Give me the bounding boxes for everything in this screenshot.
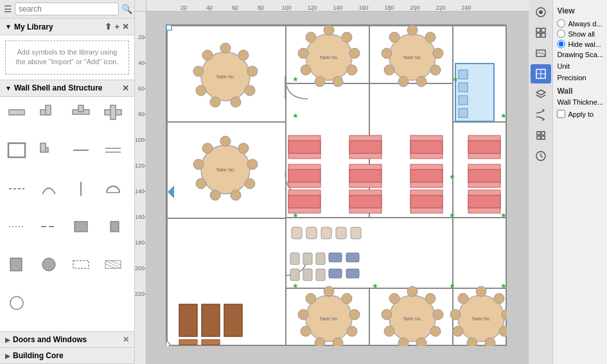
shape-square-solid[interactable] <box>4 253 30 276</box>
svg-point-160 <box>298 309 308 320</box>
svg-text:Table No.: Table No. <box>319 55 339 60</box>
radio-hide-wall-input[interactable] <box>557 40 565 48</box>
svg-rect-200 <box>541 28 545 32</box>
empty-library-hint: Add symbols to the library using the abo… <box>5 40 129 74</box>
image-icon[interactable] <box>531 44 551 63</box>
svg-rect-111 <box>202 304 220 336</box>
shape-line-double[interactable] <box>100 139 126 162</box>
svg-point-182 <box>450 309 461 320</box>
ruler-v-40: 40 <box>138 60 145 66</box>
radio-show-all[interactable]: Show all <box>557 30 603 38</box>
menu-icon[interactable]: ☰ <box>4 4 12 14</box>
shape-dotted-b[interactable] <box>4 215 30 238</box>
svg-text:★: ★ <box>500 282 507 290</box>
svg-point-71 <box>298 48 308 58</box>
svg-text:★: ★ <box>292 282 299 290</box>
search-input[interactable] <box>15 3 119 15</box>
svg-point-168 <box>416 338 427 346</box>
svg-text:Table No.: Table No. <box>319 316 339 321</box>
add-icon[interactable]: + <box>114 22 119 31</box>
close-doors-icon[interactable]: ✕ <box>123 335 129 344</box>
ruler-left: 20 40 60 80 100 120 140 160 180 200 220 <box>135 12 146 364</box>
search-bar: ☰ 🔍 ⬛ <box>0 0 134 19</box>
precision-label: Precision <box>557 74 586 82</box>
shape-dashed-rect[interactable] <box>68 253 94 276</box>
radio-always-display[interactable]: Always d... <box>557 19 603 28</box>
svg-rect-139 <box>288 195 321 208</box>
left-panel: ☰ 🔍 ⬛ ▼ My Library ⬆ + ✕ Add symbols to … <box>0 0 135 364</box>
layers-icon[interactable] <box>531 85 551 104</box>
close-my-library-icon[interactable]: ✕ <box>122 22 129 31</box>
shape-room[interactable] <box>4 139 30 162</box>
unit-row: Unit <box>557 62 603 70</box>
history-icon[interactable] <box>531 146 551 166</box>
shape-dotted-a[interactable] <box>4 177 30 200</box>
search-button[interactable]: 🔍 <box>121 4 132 14</box>
wall-thickness-label: Wall Thickne... <box>557 98 603 106</box>
shape-hatched[interactable] <box>100 253 126 276</box>
arrow-down-icon: ▼ <box>5 23 12 30</box>
svg-rect-127 <box>288 169 321 182</box>
grid-icon[interactable] <box>531 23 551 42</box>
wall-shell-header: ▼ Wall Shell and Structure ✕ <box>0 80 134 97</box>
radio-show-all-input[interactable] <box>557 30 565 38</box>
floor-plan-icon[interactable] <box>531 64 551 83</box>
shape-vertical-line[interactable] <box>68 177 94 200</box>
radio-hide-wall[interactable]: Hide wal... <box>557 40 603 48</box>
svg-text:Table No.: Table No. <box>403 55 422 60</box>
svg-rect-122 <box>410 135 443 141</box>
svg-rect-208 <box>537 132 540 135</box>
svg-rect-109 <box>346 269 359 278</box>
svg-point-91 <box>210 190 220 200</box>
radio-show-all-label: Show all <box>568 30 595 38</box>
shape-rect-solid-2[interactable] <box>100 215 126 238</box>
close-wall-shell-icon[interactable]: ✕ <box>122 83 129 93</box>
shape-wall-l[interactable] <box>36 139 62 162</box>
svg-rect-209 <box>541 132 545 135</box>
ruler-h-100: 100 <box>281 4 291 11</box>
shape-wall-cross[interactable] <box>100 101 126 124</box>
svg-point-76 <box>425 32 435 42</box>
shape-rect-solid[interactable] <box>68 215 94 238</box>
building-core-section[interactable]: ▶ Building Core <box>0 348 134 364</box>
shape-circle-outline[interactable] <box>4 291 30 315</box>
svg-line-26 <box>110 261 121 265</box>
ruler-h-20: 20 <box>180 4 187 11</box>
svg-point-161 <box>306 293 316 304</box>
svg-point-172 <box>389 293 400 304</box>
shape-wall-straight[interactable] <box>4 101 30 124</box>
floor-plan[interactable]: Table No. T <box>146 12 529 364</box>
svg-point-169 <box>398 338 409 346</box>
radio-always-label: Always d... <box>568 20 602 28</box>
svg-point-179 <box>485 338 495 346</box>
svg-rect-138 <box>468 182 500 187</box>
shape-wall-corner[interactable] <box>36 101 62 124</box>
apply-to-checkbox[interactable] <box>557 110 565 118</box>
shape-circle-solid[interactable] <box>36 253 62 276</box>
shuffle-icon[interactable] <box>531 105 551 125</box>
svg-rect-36 <box>459 96 468 105</box>
floor-plan-drawing[interactable]: Table No. T <box>166 24 506 345</box>
apply-to-label: Apply to <box>568 110 594 118</box>
doors-windows-section[interactable]: ▶ Doors and Windows ✕ <box>0 332 134 348</box>
ruler-h-200: 200 <box>410 4 419 11</box>
svg-rect-96 <box>306 227 317 239</box>
shape-line-single[interactable] <box>68 139 94 162</box>
svg-point-87 <box>238 143 249 153</box>
shape-arc[interactable] <box>36 177 62 200</box>
component-icon[interactable] <box>531 126 551 145</box>
svg-rect-211 <box>541 136 545 139</box>
shape-wall-t[interactable] <box>68 101 94 124</box>
radio-always-input[interactable] <box>557 19 565 28</box>
svg-rect-201 <box>536 33 540 37</box>
svg-rect-116 <box>288 135 321 141</box>
view-icon[interactable] <box>531 3 551 22</box>
svg-point-68 <box>333 76 343 87</box>
svg-rect-106 <box>303 269 312 281</box>
shape-dash-long[interactable] <box>36 215 62 238</box>
shape-semicircle[interactable] <box>100 177 126 200</box>
svg-text:★: ★ <box>292 211 299 219</box>
svg-rect-35 <box>459 83 468 92</box>
svg-point-198 <box>539 10 543 14</box>
import-icon[interactable]: ⬆ <box>105 22 112 31</box>
